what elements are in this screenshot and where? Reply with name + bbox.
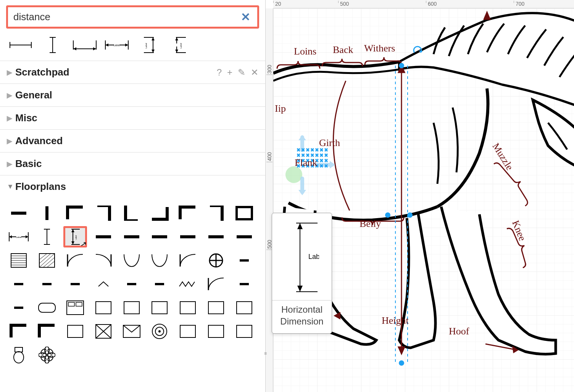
- shape-amplifier[interactable]: [176, 321, 200, 342]
- shape-door-arc-bl[interactable]: [63, 250, 87, 271]
- section-misc[interactable]: ▶ Misc: [0, 107, 265, 129]
- shape-bar-plug[interactable]: [232, 250, 256, 271]
- result-horizontal-dim-label[interactable]: [72, 35, 98, 55]
- shape-tub[interactable]: [35, 297, 59, 318]
- svg-marker-10: [93, 47, 96, 50]
- scratchpad-help-icon[interactable]: ?: [217, 67, 222, 78]
- section-advanced[interactable]: ▶ Advanced: [0, 130, 265, 152]
- shape-range[interactable]: [204, 297, 228, 318]
- shape-fan-arc[interactable]: [204, 273, 228, 295]
- shape-bar-plug-2[interactable]: [7, 273, 31, 295]
- shape-counter-notch[interactable]: [148, 226, 171, 247]
- result-horizontal-dimension[interactable]: [8, 35, 34, 55]
- shape-sink-1[interactable]: [35, 273, 59, 295]
- svg-rect-102: [208, 325, 224, 337]
- result-vertical-dim-label[interactable]: Label: [136, 35, 162, 55]
- svg-point-108: [39, 353, 46, 357]
- shape-x-box[interactable]: [92, 321, 115, 342]
- shape-envelope[interactable]: [120, 321, 144, 342]
- shape-door-double-1[interactable]: [120, 250, 144, 271]
- shape-counter-long[interactable]: [92, 226, 115, 247]
- shape-revolve[interactable]: [176, 250, 200, 271]
- shape-arc-opening[interactable]: [176, 226, 200, 247]
- shape-wall[interactable]: [7, 202, 31, 224]
- floorplan-shape-grid: LabelLabel↖: [0, 198, 265, 373]
- search-input[interactable]: [8, 7, 234, 27]
- scratchpad-edit-icon[interactable]: ✎: [238, 67, 245, 78]
- scratchpad-add-icon[interactable]: +: [227, 67, 232, 78]
- scratchpad-close-icon[interactable]: ✕: [251, 67, 258, 78]
- section-label: Basic: [15, 158, 42, 170]
- shape-toilet[interactable]: [7, 344, 31, 366]
- shape-grating-angled[interactable]: [35, 250, 59, 271]
- shape-hood[interactable]: [232, 297, 256, 318]
- shape-door-arc-br[interactable]: [92, 250, 115, 271]
- shape-coffee-pot[interactable]: [148, 297, 171, 318]
- chevron-right-icon: ▶: [7, 114, 11, 122]
- shape-sink-2[interactable]: [63, 273, 87, 295]
- svg-point-107: [45, 356, 49, 363]
- shape-table-rect[interactable]: [148, 273, 171, 295]
- shape-wall-corner-bl[interactable]: [120, 202, 144, 224]
- shape-dim-v-label[interactable]: Label↖: [63, 226, 87, 247]
- shape-wall-corner-tl[interactable]: [63, 202, 87, 224]
- shape-dash-short[interactable]: [7, 297, 31, 318]
- shape-corner-counter[interactable]: [7, 321, 31, 342]
- shape-wall-corner-br[interactable]: [148, 202, 171, 224]
- clear-search-icon[interactable]: ✕: [234, 10, 257, 24]
- shape-grating[interactable]: [7, 250, 31, 271]
- svg-rect-84: [67, 301, 84, 315]
- svg-rect-81: [240, 283, 249, 285]
- svg-marker-48: [71, 241, 74, 244]
- shape-dim-h-label[interactable]: Label: [7, 226, 31, 247]
- svg-marker-120: [398, 347, 405, 354]
- shape-turntable[interactable]: [148, 321, 171, 342]
- shape-zigzag[interactable]: [176, 273, 200, 295]
- svg-point-104: [14, 352, 24, 363]
- label-hoof: Hoof: [449, 326, 469, 337]
- tooltip-name-line2: Dimension: [280, 316, 323, 326]
- svg-rect-87: [96, 302, 111, 314]
- svg-marker-9: [73, 47, 76, 50]
- result-vertical-dimension[interactable]: [40, 35, 66, 55]
- shape-wall-right-u[interactable]: [204, 202, 228, 224]
- svg-text:Label: Label: [145, 43, 147, 49]
- shape-bed[interactable]: [63, 297, 87, 318]
- svg-rect-91: [208, 302, 224, 314]
- shape-microwave[interactable]: [176, 297, 200, 318]
- shape-stool[interactable]: [232, 273, 256, 295]
- result-horizontal-bracket[interactable]: Label: [104, 35, 130, 55]
- section-basic[interactable]: ▶ Basic: [0, 153, 265, 175]
- shape-room[interactable]: [232, 202, 256, 224]
- shape-loveseat[interactable]: [120, 297, 144, 318]
- shape-nightstand[interactable]: [92, 297, 115, 318]
- svg-text:Label: Label: [180, 43, 182, 49]
- shape-corner-l[interactable]: [35, 321, 59, 342]
- section-scratchpad[interactable]: ▶ Scratchpad ? + ✎ ✕: [0, 61, 265, 84]
- svg-rect-53: [180, 235, 195, 238]
- shape-caret[interactable]: [92, 273, 115, 295]
- shape-dim-v-vert[interactable]: [35, 226, 59, 247]
- drawing-canvas[interactable]: 5006007008020 300400500: [266, 0, 574, 392]
- shape-arc-opening-2[interactable]: [204, 226, 228, 247]
- svg-marker-47: [71, 229, 74, 232]
- shape-counter-long-2[interactable]: [120, 226, 144, 247]
- panel-splitter-icon[interactable]: ≡: [264, 351, 266, 356]
- shape-shelving[interactable]: [232, 226, 256, 247]
- shape-wall-vert[interactable]: [35, 202, 59, 224]
- shape-door-double-2[interactable]: [148, 250, 171, 271]
- section-general[interactable]: ▶ General: [0, 84, 265, 106]
- svg-point-109: [48, 353, 55, 357]
- shape-stove-knobs[interactable]: [204, 321, 228, 342]
- shape-monitor[interactable]: [63, 321, 87, 342]
- shape-circle-cross[interactable]: [204, 250, 228, 271]
- shape-table-half[interactable]: [120, 273, 144, 295]
- chevron-right-icon: ▶: [7, 160, 11, 168]
- shape-fridge[interactable]: [232, 321, 256, 342]
- shape-wall-left-u[interactable]: [176, 202, 200, 224]
- svg-marker-29: [175, 50, 178, 53]
- result-vertical-bracket[interactable]: Label: [168, 35, 194, 55]
- shape-flower[interactable]: [35, 344, 59, 366]
- section-floorplans[interactable]: ▼ Floorplans: [0, 175, 265, 198]
- shape-wall-corner-tr[interactable]: [92, 202, 115, 224]
